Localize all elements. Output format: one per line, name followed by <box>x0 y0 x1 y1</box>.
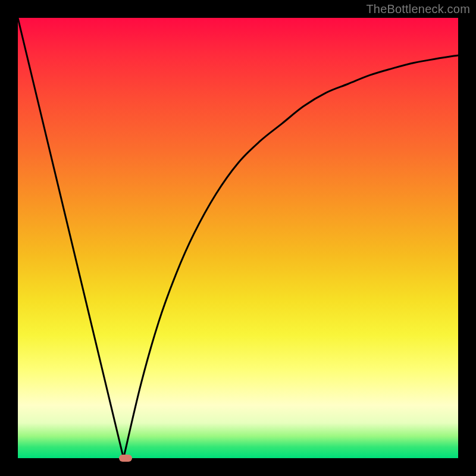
curve-svg <box>18 18 458 458</box>
vertex-marker <box>119 455 132 462</box>
watermark-text: TheBottleneck.com <box>366 2 470 16</box>
chart-frame: TheBottleneck.com <box>0 0 476 476</box>
plot-area <box>18 18 458 458</box>
bottleneck-curve <box>18 18 458 458</box>
